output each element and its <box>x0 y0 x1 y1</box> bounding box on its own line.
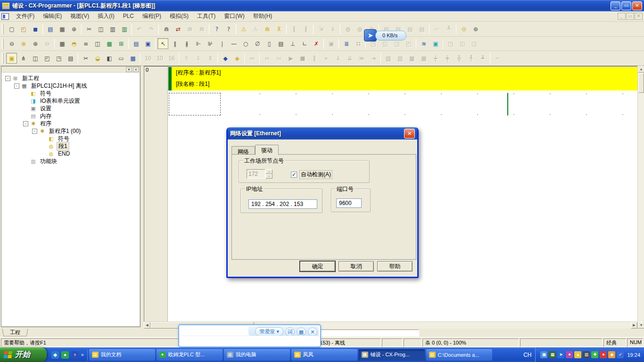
tree-item-label[interactable]: 设置 <box>39 105 53 113</box>
ime-board-icon[interactable]: ▦ <box>297 328 306 336</box>
scroll-down-icon[interactable]: ▼ <box>638 322 644 329</box>
minimize-button[interactable]: _ <box>611 1 620 10</box>
find-next-icon[interactable]: ⋒ <box>184 24 195 34</box>
dialog-close-icon[interactable]: ✕ <box>404 129 415 139</box>
auto-detect-checkbox[interactable]: ✓ <box>291 172 297 178</box>
section-name-row[interactable]: [段名称 : 段1] <box>176 80 209 88</box>
section-list-icon[interactable]: ◧ <box>104 53 115 64</box>
new-file-icon[interactable]: ▢ <box>6 24 17 34</box>
tree-item[interactable]: ◧符号 <box>3 90 140 97</box>
download-icon[interactable]: ⇓ <box>327 24 338 34</box>
tab-project[interactable]: 工程 <box>2 329 28 337</box>
menu-item-2[interactable]: 视图(V) <box>66 11 93 21</box>
detail-view-icon[interactable]: ≣ <box>341 38 352 49</box>
io-refresh-icon[interactable]: ▣ <box>326 38 337 49</box>
ime-close-icon[interactable]: ✕ <box>308 328 317 336</box>
tree-item-label[interactable]: 新程序1 (00) <box>48 127 82 135</box>
mdi-close-button[interactable]: ✕ <box>635 13 643 20</box>
help-icon[interactable]: ? <box>211 24 222 34</box>
scroll-up-icon[interactable]: ▲ <box>638 66 644 73</box>
menu-item-3[interactable]: 插入(I) <box>93 11 118 21</box>
zoom-out-small-icon[interactable]: ⊖ <box>6 38 17 49</box>
step-over-icon[interactable]: ⇊ <box>344 53 355 64</box>
force-on-icon[interactable]: ┿ <box>430 53 441 64</box>
grid-dots-icon[interactable]: ∷ <box>353 38 363 49</box>
program-name-row[interactable]: [程序名 : 新程序1] <box>176 69 221 77</box>
expand-collapse-icon[interactable]: - <box>5 76 10 81</box>
dialog-view-icon[interactable]: ▭ <box>116 53 126 64</box>
tree-item-label[interactable]: 内存 <box>39 112 53 120</box>
node-number-stepper[interactable]: ▲ ▼ <box>265 169 272 179</box>
tray-red-dot-icon[interactable]: ● <box>600 351 607 358</box>
new-closed-coil-icon[interactable]: ∅ <box>252 38 263 49</box>
go-output-icon[interactable]: ⇩ <box>193 53 204 64</box>
workspace-close-button[interactable]: ✕ <box>133 67 139 72</box>
tree-item-label[interactable]: 新PLC1[CJ1H-H] 离线 <box>30 82 89 90</box>
build-icon[interactable]: ⋔ <box>18 53 29 64</box>
zoom-in-icon[interactable]: ⊕ <box>30 38 41 49</box>
auto-detect-label[interactable]: 自动检测(A) <box>299 170 332 179</box>
compile-icon[interactable]: ⚠ <box>238 24 249 34</box>
start-button[interactable]: 开始 <box>0 347 47 362</box>
step-in-icon[interactable]: ⇓ <box>332 53 343 64</box>
tray-update-icon[interactable]: ▦ <box>549 351 556 358</box>
breakpoint-clear-icon[interactable]: ▩ <box>406 53 417 64</box>
tree-item[interactable]: ▥功能块 <box>3 157 140 165</box>
connect-line-icon[interactable]: ∟ <box>299 38 310 49</box>
spin-down-icon[interactable]: ▼ <box>265 174 272 179</box>
new-coil-icon[interactable]: ○ <box>240 38 251 49</box>
tree-item-label[interactable]: 新工程 <box>21 74 41 82</box>
tree-item[interactable]: -⊞新工程 <box>3 74 140 82</box>
cascade-window-icon[interactable]: ▣ <box>6 53 17 64</box>
format-signed-icon[interactable]: 10 <box>154 53 165 64</box>
scroll-right-icon[interactable]: ▶ <box>631 322 637 329</box>
force-cancel-icon[interactable]: ╬ <box>454 53 464 64</box>
open-file-icon[interactable]: ◰ <box>18 24 29 34</box>
comment-list-icon[interactable]: ◒ <box>92 53 103 64</box>
taskbar-task[interactable]: ▤我的文档 <box>89 349 155 361</box>
spin-up-icon[interactable]: ▲ <box>265 169 272 174</box>
rung-wrap-icon[interactable]: ≋ <box>418 38 429 49</box>
new-contact-icon[interactable]: ∥ <box>169 38 180 49</box>
tree-item[interactable]: -✱程序 <box>3 120 140 127</box>
menu-item-8[interactable]: 窗口(W) <box>220 11 248 21</box>
context-help-icon[interactable]: ? <box>223 24 234 34</box>
transfer-program-icon[interactable]: ≔ <box>247 53 257 64</box>
zoom-fit-icon[interactable]: ⊖ <box>41 38 52 49</box>
tree-item-label[interactable]: END <box>57 150 71 157</box>
help-button[interactable]: 帮助 <box>377 261 413 272</box>
taskbar-task[interactable]: ▤凤凤 <box>291 349 357 361</box>
taskbar-task[interactable]: ▤C:\Documents a... <box>426 349 492 361</box>
horizontal-line-icon[interactable]: — <box>228 38 239 49</box>
download-manager-icon[interactable]: ➤ <box>364 29 377 41</box>
differential-monitor-icon[interactable]: ┻ <box>477 53 488 64</box>
io-comment-icon[interactable]: ▤ <box>131 38 141 49</box>
menu-item-6[interactable]: 模拟(S) <box>165 11 193 21</box>
hex-monitor-icon[interactable]: ▣ <box>430 38 441 49</box>
tree-item-label[interactable]: 符号 <box>39 90 53 98</box>
tree-item[interactable]: ◧符号 <box>3 135 140 142</box>
network-settings-dialog[interactable]: 网络设置 [Ethernet] ✕ 网络驱动 工作场所节点号 172 ▲ ▼ ✓… <box>226 127 419 278</box>
expand-collapse-icon[interactable]: - <box>14 83 19 89</box>
insert-rung-icon[interactable]: ✂ <box>80 53 91 64</box>
print-icon[interactable]: ▦ <box>57 24 67 34</box>
return-icon[interactable]: ⌐ <box>492 53 503 64</box>
monitor-pause-icon[interactable]: ∺ <box>273 53 284 64</box>
quick-launch-media-icon[interactable]: ◆ <box>51 351 59 359</box>
tree-item[interactable]: ◨IO表和单元设置 <box>3 97 140 105</box>
dialog-tab-驱动[interactable]: 驱动 <box>255 145 279 155</box>
print-preview-icon[interactable]: ⊕ <box>68 24 79 34</box>
paste-icon[interactable]: ▥ <box>107 24 118 34</box>
breakpoint-icon[interactable]: ▧ <box>383 53 394 64</box>
run-to-cursor-icon[interactable]: ⇥ <box>368 53 379 64</box>
go-input-icon[interactable]: ⇧ <box>181 53 192 64</box>
watch-set-icon[interactable]: ◳ <box>445 38 456 49</box>
language-indicator[interactable]: CH <box>520 352 535 358</box>
new-instruction-block-icon[interactable]: ▤ <box>275 38 286 49</box>
format-hex-icon[interactable]: 16 <box>166 53 177 64</box>
vertical-line-icon[interactable]: ∣ <box>216 38 227 49</box>
cut-icon[interactable]: ✂ <box>83 24 94 34</box>
mdi-minimize-button[interactable]: _ <box>618 13 626 20</box>
ladder-cursor-cell[interactable] <box>169 93 221 115</box>
new-or-contact-icon[interactable]: ⊩ <box>193 38 204 49</box>
